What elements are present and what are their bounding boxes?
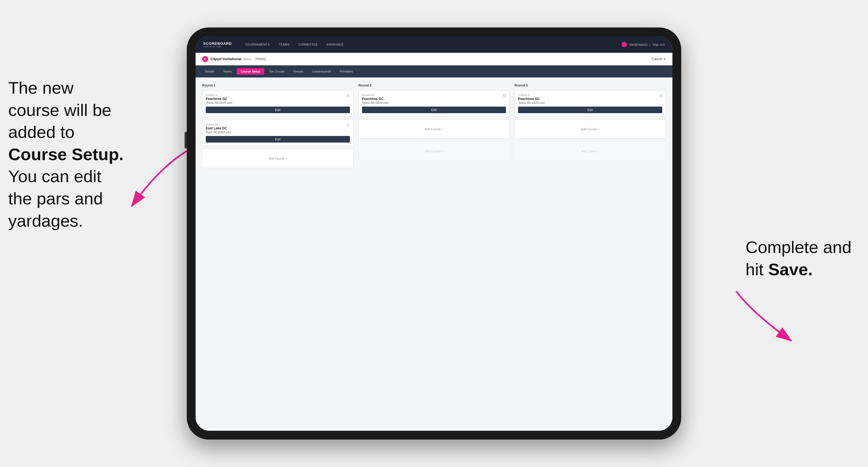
- tournament-title: C Clippd Invitational (Men) Hosting: [202, 56, 267, 62]
- round3-course-a-edit[interactable]: Edit: [518, 106, 662, 113]
- nav-separator: |: [650, 43, 650, 46]
- round3-course-a-card: ⊡ (Course A) Peachtree GC Yellow (M) (66…: [515, 90, 666, 117]
- round2-course-a-name: Peachtree GC: [362, 97, 506, 101]
- nav-committee[interactable]: COMMITTEE: [299, 43, 318, 46]
- tournament-name: Clippd Invitational: [210, 57, 242, 61]
- tab-leaderboards[interactable]: Leaderboards: [308, 68, 335, 75]
- close-icon: ✕: [663, 57, 666, 61]
- round1-course-a-tee: Yellow (M) (6629 yds): [206, 101, 350, 104]
- round2-course-a-card: ⊡ (Course A) Peachtree GC Yellow (M) (66…: [359, 90, 510, 117]
- round1-course-a-label: (Course A): [206, 94, 350, 96]
- round1-course-b-tee: Black (M) (6891 yds): [206, 131, 350, 134]
- tablet-screen: SCOREBOARD Powered by clippd TOURNAMENTS…: [195, 36, 673, 431]
- round3-course-a-tee: Yellow (M) (6629 yds): [518, 101, 662, 104]
- round2-add-course-1-label: Add Course +: [425, 127, 443, 131]
- annotation-right: Complete and hit Save.: [745, 236, 851, 280]
- round1-course-a-card: ⊡ (Course A) Peachtree GC Yellow (M) (66…: [202, 90, 353, 117]
- round3-add-course-2: Add Course +: [515, 142, 666, 161]
- round-3-title: Round 3: [515, 84, 666, 87]
- round1-course-b-label: (Course B): [206, 123, 350, 126]
- round3-add-course-2-label: Add Course +: [581, 150, 600, 153]
- avatar: [622, 42, 627, 47]
- annotation-line2: course will be: [8, 100, 112, 120]
- annotation-line5: the pars and: [8, 189, 103, 208]
- round3-course-a-name: Peachtree GC: [518, 97, 662, 101]
- nav-right-section: blair@clippd.io | Sign out: [622, 42, 665, 47]
- round2-add-course-2-label: Add Course +: [425, 150, 443, 153]
- round3-add-course-1-label: Add Course +: [581, 127, 600, 131]
- round2-course-a-label: (Course A): [362, 94, 506, 96]
- top-navigation: SCOREBOARD Powered by clippd TOURNAMENTS…: [195, 36, 673, 53]
- round3-add-course-1[interactable]: Add Course +: [515, 120, 666, 139]
- tab-details[interactable]: Details: [201, 68, 218, 75]
- annotation-line1: The new: [8, 78, 73, 97]
- cancel-label: Cancel: [652, 57, 662, 61]
- clippd-logo: C: [202, 56, 208, 62]
- round1-course-a-delete[interactable]: ⊡: [346, 93, 350, 97]
- round1-add-course-label: Add Course +: [269, 157, 287, 160]
- annotation-right-line1: Complete and: [745, 238, 851, 256]
- round2-course-a-edit[interactable]: Edit: [362, 106, 506, 113]
- hosting-badge: Hosting: [253, 57, 267, 61]
- round1-course-b-edit[interactable]: Edit: [206, 136, 350, 143]
- annotation-line4: You can edit: [8, 167, 101, 186]
- tab-course-setup[interactable]: Course Setup: [237, 68, 264, 75]
- tab-tee-groups[interactable]: Tee Groups: [265, 68, 289, 75]
- main-content: Round 1 ⊡ (Course A) Peachtree GC Yellow…: [195, 77, 673, 431]
- rounds-container: Round 1 ⊡ (Course A) Peachtree GC Yellow…: [202, 84, 666, 171]
- scoreboard-logo: SCOREBOARD Powered by clippd: [203, 41, 232, 48]
- logo-main-text: SCOREBOARD: [203, 41, 232, 45]
- round2-add-course-2: Add Course +: [359, 142, 510, 161]
- annotation-right-bold: Save.: [768, 260, 813, 279]
- tab-results[interactable]: Results: [289, 68, 307, 75]
- annotation-left: The new course will be added to Course S…: [8, 77, 124, 232]
- cancel-button[interactable]: Cancel ✕: [652, 57, 666, 61]
- round2-add-course-1[interactable]: Add Course +: [359, 120, 510, 139]
- annotation-right-line2: hit: [745, 260, 768, 279]
- tablet-side-button: [185, 132, 187, 148]
- tab-teams[interactable]: Teams: [219, 68, 236, 75]
- round1-course-b-card: ⊡ (Course B) East Lake GC Black (M) (689…: [202, 120, 353, 146]
- round3-course-a-label: (Course A): [518, 94, 662, 96]
- round1-course-a-edit[interactable]: Edit: [206, 106, 350, 113]
- round1-add-course[interactable]: Add Course +: [202, 149, 353, 168]
- tab-printables[interactable]: Printables: [336, 68, 357, 75]
- round2-course-a-tee: Yellow (M) (6629 yds): [362, 101, 506, 104]
- annotation-bold: Course Setup.: [8, 145, 124, 164]
- sub-navigation: C Clippd Invitational (Men) Hosting Canc…: [195, 53, 673, 65]
- arrow-left: [110, 146, 198, 217]
- round-2-column: Round 2 ⊡ (Course A) Peachtree GC Yellow…: [359, 84, 510, 171]
- round1-course-b-name: East Lake GC: [206, 126, 350, 130]
- nav-rankings[interactable]: RANKINGS: [327, 43, 343, 46]
- round1-course-a-name: Peachtree GC: [206, 97, 350, 101]
- round-1-title: Round 1: [202, 84, 353, 87]
- round2-course-a-delete[interactable]: ⊡: [502, 93, 506, 97]
- nav-teams[interactable]: TEAMS: [279, 43, 289, 46]
- tournament-gender: (Men): [244, 57, 252, 61]
- round-1-column: Round 1 ⊡ (Course A) Peachtree GC Yellow…: [202, 84, 353, 171]
- round-3-column: Round 3 ⊡ (Course A) Peachtree GC Yellow…: [515, 84, 666, 171]
- user-email: blair@clippd.io: [629, 43, 647, 46]
- round-2-title: Round 2: [359, 84, 510, 87]
- sign-out-link[interactable]: Sign out: [653, 43, 665, 46]
- round1-course-b-delete[interactable]: ⊡: [346, 123, 350, 127]
- round3-course-a-delete[interactable]: ⊡: [658, 93, 663, 97]
- tab-bar: Details Teams Course Setup Tee Groups Re…: [195, 65, 673, 77]
- annotation-line3: added to: [8, 123, 74, 142]
- annotation-line6: yardages.: [8, 211, 83, 230]
- tablet-frame: SCOREBOARD Powered by clippd TOURNAMENTS…: [187, 28, 681, 439]
- logo-sub-text: Powered by clippd: [203, 45, 232, 48]
- nav-tournaments[interactable]: TOURNAMENTS: [245, 43, 270, 46]
- arrow-right: [720, 286, 808, 352]
